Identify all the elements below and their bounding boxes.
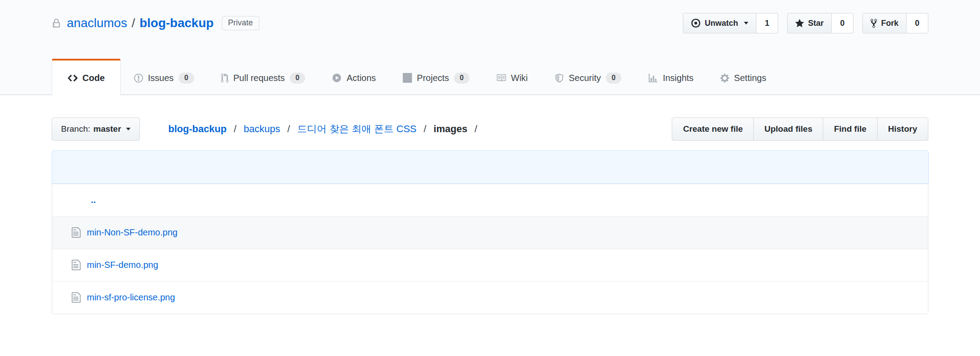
lock-icon bbox=[52, 17, 61, 29]
tab-label: Settings bbox=[734, 73, 766, 83]
tab-projects[interactable]: Projects 0 bbox=[389, 59, 483, 95]
star-icon bbox=[795, 18, 804, 28]
pagehead-divider bbox=[0, 94, 980, 95]
tab-security[interactable]: Security 0 bbox=[541, 59, 635, 95]
tab-label: Security bbox=[569, 73, 601, 83]
tab-counter: 0 bbox=[454, 73, 470, 84]
pagehead-actions: Unwatch 1 Star 0 Fork 0 bbox=[683, 13, 928, 33]
repo-pagehead: anaclumos / blog-backup Private Unwatch … bbox=[0, 0, 980, 95]
tab-pull-requests[interactable]: Pull requests 0 bbox=[208, 59, 319, 95]
tab-counter: 0 bbox=[606, 73, 621, 84]
tab-label: Wiki bbox=[511, 73, 528, 83]
table-row: min-SF-demo.png bbox=[52, 249, 928, 281]
tab-counter: 0 bbox=[290, 73, 305, 84]
breadcrumb-separator: / bbox=[424, 123, 426, 134]
breadcrumb-separator: / bbox=[234, 123, 237, 134]
file-text-icon bbox=[72, 291, 81, 303]
tab-actions[interactable]: Actions bbox=[318, 59, 389, 95]
tab-issues[interactable]: Issues 0 bbox=[121, 59, 208, 95]
star-label: Star bbox=[808, 19, 824, 28]
unwatch-button[interactable]: Unwatch bbox=[683, 13, 756, 33]
tab-insights[interactable]: Insights bbox=[635, 59, 707, 95]
play-icon bbox=[332, 73, 342, 83]
repo-content: Branch: master blog-backup / backups / 드… bbox=[52, 117, 928, 314]
fork-button[interactable]: Fork bbox=[862, 13, 906, 33]
repo-title-separator: / bbox=[131, 16, 135, 30]
branch-selector-button[interactable]: Branch: master bbox=[52, 117, 140, 141]
graph-icon bbox=[648, 73, 658, 83]
shield-icon bbox=[555, 73, 564, 83]
git-pull-request-icon bbox=[221, 73, 229, 83]
chevron-down-icon bbox=[744, 22, 748, 24]
breadcrumb-separator: / bbox=[287, 123, 290, 134]
table-row: min-sf-pro-license.png bbox=[52, 281, 928, 314]
history-button[interactable]: History bbox=[877, 117, 928, 141]
star-count[interactable]: 0 bbox=[832, 13, 853, 33]
file-text-icon bbox=[72, 227, 81, 239]
code-icon bbox=[68, 73, 78, 84]
file-link[interactable]: min-Non-SF-demo.png bbox=[87, 227, 177, 238]
repo-title: anaclumos / blog-backup Private bbox=[52, 16, 259, 30]
tab-code[interactable]: Code bbox=[52, 59, 121, 95]
files-table: .. min-Non-SF-demo.png min-SF-demo.png m… bbox=[52, 150, 928, 314]
tab-label: Insights bbox=[663, 73, 694, 83]
file-navigation: Branch: master blog-backup / backups / 드… bbox=[52, 117, 928, 141]
fork-count[interactable]: 0 bbox=[906, 13, 928, 33]
file-link[interactable]: min-sf-pro-license.png bbox=[87, 292, 175, 303]
chevron-down-icon bbox=[126, 128, 131, 130]
table-row-up: .. bbox=[52, 184, 928, 216]
breadcrumb-dir-link[interactable]: backups bbox=[244, 123, 280, 134]
fork-label: Fork bbox=[881, 19, 898, 28]
eye-icon bbox=[691, 18, 701, 28]
star-group: Star 0 bbox=[787, 13, 853, 33]
tab-label: Pull requests bbox=[233, 73, 285, 83]
branch-label: Branch: bbox=[61, 124, 90, 134]
gear-icon bbox=[720, 73, 729, 83]
tab-counter: 0 bbox=[179, 73, 194, 84]
issue-opened-icon bbox=[134, 73, 143, 83]
watch-group: Unwatch 1 bbox=[683, 13, 778, 33]
branch-name: master bbox=[93, 124, 121, 134]
breadcrumb: blog-backup / backups / 드디어 찾은 최애 폰트 CSS… bbox=[168, 122, 672, 136]
tab-label: Actions bbox=[347, 73, 376, 83]
book-icon bbox=[496, 73, 506, 83]
table-row: min-Non-SF-demo.png bbox=[52, 216, 928, 249]
commit-tease-band bbox=[52, 150, 929, 184]
watch-count[interactable]: 1 bbox=[756, 13, 778, 33]
private-badge: Private bbox=[222, 16, 259, 30]
file-action-buttons: Create new file Upload files Find file H… bbox=[672, 117, 928, 141]
tab-wiki[interactable]: Wiki bbox=[483, 59, 541, 95]
repo-forked-icon bbox=[870, 18, 877, 28]
create-new-file-button[interactable]: Create new file bbox=[672, 117, 754, 141]
tab-label: Code bbox=[82, 73, 105, 83]
breadcrumb-current: images bbox=[433, 123, 467, 134]
breadcrumb-dir-link[interactable]: 드디어 찾은 최애 폰트 CSS bbox=[297, 123, 416, 134]
unwatch-label: Unwatch bbox=[705, 19, 738, 28]
fork-group: Fork 0 bbox=[862, 13, 928, 33]
file-text-icon bbox=[72, 259, 81, 271]
up-directory-link[interactable]: .. bbox=[91, 195, 96, 205]
file-link[interactable]: min-SF-demo.png bbox=[87, 260, 158, 270]
find-file-button[interactable]: Find file bbox=[823, 117, 878, 141]
project-icon bbox=[403, 73, 412, 83]
star-button[interactable]: Star bbox=[787, 13, 832, 33]
breadcrumb-separator: / bbox=[474, 123, 477, 134]
tab-label: Projects bbox=[417, 73, 449, 83]
tab-settings[interactable]: Settings bbox=[707, 59, 780, 95]
tab-label: Issues bbox=[148, 73, 174, 83]
repo-owner-link[interactable]: anaclumos bbox=[67, 16, 127, 30]
breadcrumb-repo-link[interactable]: blog-backup bbox=[168, 123, 227, 134]
repo-name-link[interactable]: blog-backup bbox=[139, 16, 213, 30]
upload-files-button[interactable]: Upload files bbox=[753, 117, 824, 141]
repo-tabs: Code Issues 0 Pull requests 0 Actions Pr… bbox=[52, 59, 928, 95]
